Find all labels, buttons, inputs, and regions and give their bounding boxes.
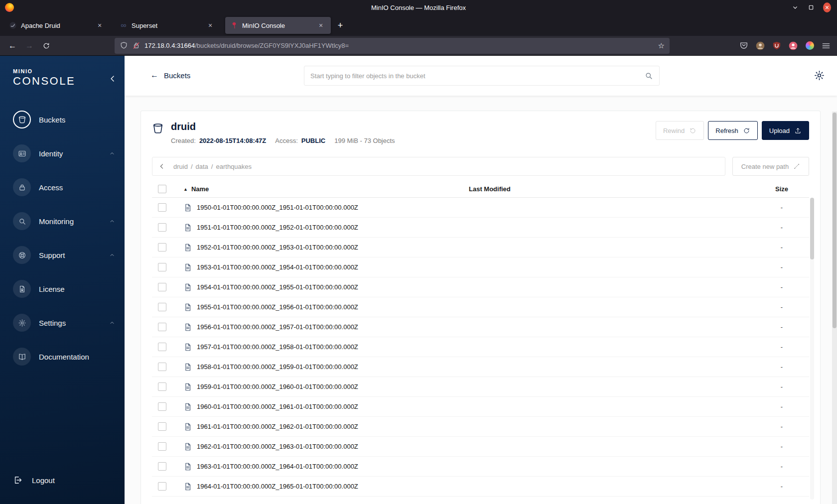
object-row[interactable]: 1951-01-01T00:00:00.000Z_1952-01-01T00:0… — [152, 218, 809, 238]
row-checkbox[interactable] — [158, 402, 166, 411]
upload-button[interactable]: Upload — [762, 121, 809, 140]
insecure-lock-icon[interactable] — [132, 41, 140, 50]
sidebar-item-license[interactable]: License — [0, 272, 125, 306]
object-row[interactable]: 1959-01-01T00:00:00.000Z_1960-01-01T00:0… — [152, 377, 809, 397]
sidebar-item-support[interactable]: Support — [0, 238, 125, 272]
ublock-origin-icon[interactable] — [772, 41, 782, 51]
tab-close-icon[interactable]: × — [205, 20, 215, 30]
row-checkbox[interactable] — [158, 283, 166, 291]
row-checkbox[interactable] — [158, 323, 166, 331]
save-to-pocket-icon[interactable] — [739, 41, 749, 51]
object-row[interactable]: 1950-01-01T00:00:00.000Z_1951-01-01T00:0… — [152, 198, 809, 218]
forward-button[interactable]: → — [21, 38, 38, 53]
object-name[interactable]: 1955-01-01T00:00:00.000Z_1956-01-01T00:0… — [197, 303, 358, 311]
shield-icon[interactable] — [120, 41, 128, 50]
browser-tab[interactable]: Apache Druid × — [4, 17, 110, 34]
settings-gear-icon[interactable] — [814, 70, 825, 81]
menu-icon[interactable] — [821, 41, 831, 51]
object-row[interactable]: 1952-01-01T00:00:00.000Z_1953-01-01T00:0… — [152, 238, 809, 257]
object-name[interactable]: 1963-01-01T00:00:00.000Z_1964-01-01T00:0… — [197, 463, 358, 470]
column-name[interactable]: Name — [191, 185, 209, 193]
object-name[interactable]: 1951-01-01T00:00:00.000Z_1952-01-01T00:0… — [197, 224, 358, 231]
object-name[interactable]: 1953-01-01T00:00:00.000Z_1954-01-01T00:0… — [197, 263, 358, 271]
object-name[interactable]: 1962-01-01T00:00:00.000Z_1963-01-01T00:0… — [197, 443, 358, 450]
row-checkbox[interactable] — [158, 382, 166, 391]
maximize-icon[interactable] — [807, 3, 815, 11]
created-label: Created: — [171, 137, 196, 144]
table-scrollbar-thumb[interactable] — [810, 198, 814, 259]
extension-icon[interactable] — [805, 41, 815, 51]
rewind-button[interactable]: Rewind — [656, 121, 704, 140]
row-checkbox[interactable] — [158, 243, 166, 252]
row-checkbox[interactable] — [158, 203, 166, 212]
browser-tab[interactable]: MinIO Console × — [225, 17, 331, 34]
sidebar-item-monitoring[interactable]: Monitoring — [0, 204, 125, 238]
tab-close-icon[interactable]: × — [316, 20, 326, 30]
sidebar-item-settings[interactable]: Settings — [0, 306, 125, 340]
row-checkbox[interactable] — [158, 363, 166, 371]
object-name[interactable]: 1964-01-01T00:00:00.000Z_1965-01-01T00:0… — [197, 483, 358, 490]
object-row[interactable]: 1964-01-01T00:00:00.000Z_1965-01-01T00:0… — [152, 477, 809, 497]
page-scrollbar[interactable] — [832, 112, 837, 504]
object-name[interactable]: 1952-01-01T00:00:00.000Z_1953-01-01T00:0… — [197, 244, 358, 251]
object-name[interactable]: 1954-01-01T00:00:00.000Z_1955-01-01T00:0… — [197, 283, 358, 291]
row-checkbox[interactable] — [158, 422, 166, 431]
object-filter-input[interactable] — [310, 72, 644, 80]
bookmark-star-icon[interactable]: ☆ — [658, 41, 665, 50]
row-checkbox[interactable] — [158, 442, 166, 451]
refresh-button[interactable]: Refresh — [708, 121, 758, 140]
profile-avatar-icon[interactable] — [788, 41, 798, 51]
create-new-path-button[interactable]: Create new path — [732, 157, 809, 176]
object-row[interactable]: 1962-01-01T00:00:00.000Z_1963-01-01T00:0… — [152, 437, 809, 457]
row-checkbox[interactable] — [158, 343, 166, 351]
object-name[interactable]: 1957-01-01T00:00:00.000Z_1958-01-01T00:0… — [197, 343, 358, 351]
object-name[interactable]: 1960-01-01T00:00:00.000Z_1961-01-01T00:0… — [197, 403, 358, 410]
object-name[interactable]: 1959-01-01T00:00:00.000Z_1960-01-01T00:0… — [197, 383, 358, 390]
object-row[interactable]: 1953-01-01T00:00:00.000Z_1954-01-01T00:0… — [152, 257, 809, 277]
reload-button[interactable] — [38, 38, 55, 53]
sidebar-item-logout[interactable]: Logout — [0, 463, 125, 497]
object-row[interactable]: 1963-01-01T00:00:00.000Z_1964-01-01T00:0… — [152, 457, 809, 477]
new-tab-button[interactable]: + — [333, 18, 348, 33]
object-name[interactable]: 1961-01-01T00:00:00.000Z_1962-01-01T00:0… — [197, 423, 358, 430]
table-scrollbar[interactable] — [810, 198, 814, 500]
row-checkbox[interactable] — [158, 263, 166, 271]
object-name[interactable]: 1958-01-01T00:00:00.000Z_1959-01-01T00:0… — [197, 363, 358, 371]
object-row[interactable]: 1954-01-01T00:00:00.000Z_1955-01-01T00:0… — [152, 277, 809, 297]
close-icon[interactable]: × — [823, 3, 831, 11]
object-row[interactable]: 1961-01-01T00:00:00.000Z_1962-01-01T00:0… — [152, 417, 809, 437]
page-scrollbar-thumb[interactable] — [833, 113, 837, 328]
breadcrumb-segment[interactable]: earthquakes — [216, 163, 252, 170]
tab-close-icon[interactable]: × — [95, 20, 105, 30]
row-checkbox[interactable] — [158, 482, 166, 491]
back-to-buckets-link[interactable]: ← Buckets — [150, 71, 190, 80]
object-row[interactable]: 1956-01-01T00:00:00.000Z_1957-01-01T00:0… — [152, 317, 809, 337]
back-button[interactable]: ← — [4, 38, 21, 53]
row-checkbox[interactable] — [158, 462, 166, 471]
minio-icon — [230, 21, 238, 29]
column-size[interactable]: Size — [754, 185, 809, 193]
path-back-icon[interactable] — [157, 162, 166, 171]
sidebar-item-access[interactable]: Access — [0, 170, 125, 204]
sidebar-item-documentation[interactable]: Documentation — [0, 340, 125, 374]
breadcrumb-segment[interactable]: data — [196, 163, 208, 170]
object-name[interactable]: 1950-01-01T00:00:00.000Z_1951-01-01T00:0… — [197, 204, 358, 211]
sidebar-collapse-icon[interactable] — [108, 74, 118, 84]
object-row[interactable]: 1960-01-01T00:00:00.000Z_1961-01-01T00:0… — [152, 397, 809, 417]
object-row[interactable]: 1955-01-01T00:00:00.000Z_1956-01-01T00:0… — [152, 297, 809, 317]
object-row[interactable]: 1958-01-01T00:00:00.000Z_1959-01-01T00:0… — [152, 357, 809, 377]
browser-tab[interactable]: ∞ Superset × — [115, 17, 220, 34]
object-name[interactable]: 1956-01-01T00:00:00.000Z_1957-01-01T00:0… — [197, 323, 358, 331]
row-checkbox[interactable] — [158, 303, 166, 311]
select-all-checkbox[interactable] — [158, 185, 166, 193]
breadcrumb-segment[interactable]: druid — [173, 163, 188, 170]
row-checkbox[interactable] — [158, 223, 166, 232]
sidebar-item-buckets[interactable]: Buckets — [0, 103, 125, 136]
column-last-modified[interactable]: Last Modified — [463, 185, 754, 193]
account-icon[interactable] — [755, 41, 765, 51]
object-row[interactable]: 1957-01-01T00:00:00.000Z_1958-01-01T00:0… — [152, 337, 809, 357]
sort-asc-icon[interactable]: ▲ — [183, 187, 188, 192]
chevron-down-icon[interactable] — [791, 3, 799, 11]
url-bar[interactable]: 172.18.0.4:31664/buckets/druid/browse/ZG… — [115, 38, 670, 54]
sidebar-item-identity[interactable]: Identity — [0, 136, 125, 170]
